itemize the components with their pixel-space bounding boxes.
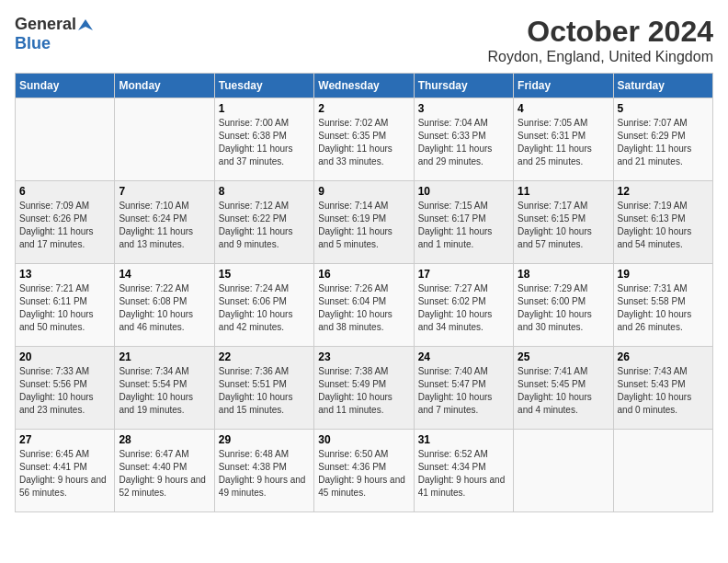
day-number: 30: [318, 433, 409, 446]
day-number: 16: [318, 268, 409, 281]
logo-general-text: General: [15, 15, 76, 34]
calendar-cell: 2 Sunrise: 7:02 AMSunset: 6:35 PMDayligh…: [314, 98, 414, 181]
day-number: 12: [618, 185, 709, 198]
calendar-cell: 4 Sunrise: 7:05 AMSunset: 6:31 PMDayligh…: [514, 98, 613, 181]
day-number: 14: [119, 268, 210, 281]
day-number: 24: [418, 350, 509, 363]
day-info: Sunrise: 7:09 AMSunset: 6:26 PMDaylight:…: [19, 200, 110, 251]
calendar-cell: 18 Sunrise: 7:29 AMSunset: 6:00 PMDaylig…: [514, 264, 613, 347]
calendar-cell: 28 Sunrise: 6:47 AMSunset: 4:40 PMDaylig…: [115, 430, 214, 512]
weekday-header-monday: Monday: [115, 74, 214, 98]
calendar-cell: 27 Sunrise: 6:45 AMSunset: 4:41 PMDaylig…: [16, 430, 115, 512]
calendar-cell: 16 Sunrise: 7:26 AMSunset: 6:04 PMDaylig…: [314, 264, 414, 347]
calendar-cell: 11 Sunrise: 7:17 AMSunset: 6:15 PMDaylig…: [514, 181, 613, 264]
day-number: 8: [219, 185, 310, 198]
day-info: Sunrise: 7:02 AMSunset: 6:35 PMDaylight:…: [318, 117, 409, 168]
weekday-header-wednesday: Wednesday: [314, 74, 414, 98]
day-info: Sunrise: 7:15 AMSunset: 6:17 PMDaylight:…: [418, 200, 509, 251]
day-info: Sunrise: 7:17 AMSunset: 6:15 PMDaylight:…: [518, 200, 609, 251]
calendar-table: SundayMondayTuesdayWednesdayThursdayFrid…: [15, 73, 713, 512]
day-number: 19: [618, 268, 709, 281]
week-row-1: 1 Sunrise: 7:00 AMSunset: 6:38 PMDayligh…: [16, 98, 713, 181]
day-number: 23: [318, 350, 409, 363]
week-row-4: 20 Sunrise: 7:33 AMSunset: 5:56 PMDaylig…: [16, 347, 713, 430]
calendar-cell: 15 Sunrise: 7:24 AMSunset: 6:06 PMDaylig…: [214, 264, 313, 347]
day-number: 18: [518, 268, 609, 281]
week-row-5: 27 Sunrise: 6:45 AMSunset: 4:41 PMDaylig…: [16, 430, 713, 512]
title-area: October 2024 Roydon, England, United Kin…: [488, 15, 714, 65]
calendar-cell: 1 Sunrise: 7:00 AMSunset: 6:38 PMDayligh…: [214, 98, 313, 181]
day-number: 29: [219, 433, 310, 446]
calendar-cell: 23 Sunrise: 7:38 AMSunset: 5:49 PMDaylig…: [314, 347, 414, 430]
calendar-cell: [115, 98, 214, 181]
weekday-header-saturday: Saturday: [613, 74, 712, 98]
svg-marker-0: [78, 19, 93, 30]
calendar-cell: 31 Sunrise: 6:52 AMSunset: 4:34 PMDaylig…: [414, 430, 513, 512]
day-info: Sunrise: 7:12 AMSunset: 6:22 PMDaylight:…: [219, 200, 310, 251]
day-info: Sunrise: 6:47 AMSunset: 4:40 PMDaylight:…: [119, 448, 210, 500]
calendar-cell: 8 Sunrise: 7:12 AMSunset: 6:22 PMDayligh…: [214, 181, 313, 264]
calendar-cell: 9 Sunrise: 7:14 AMSunset: 6:19 PMDayligh…: [314, 181, 414, 264]
day-info: Sunrise: 7:22 AMSunset: 6:08 PMDaylight:…: [119, 282, 210, 334]
calendar-cell: 17 Sunrise: 7:27 AMSunset: 6:02 PMDaylig…: [414, 264, 513, 347]
day-number: 3: [418, 102, 509, 115]
calendar-cell: [613, 430, 712, 512]
calendar-cell: [16, 98, 115, 181]
day-number: 15: [219, 268, 310, 281]
calendar-cell: 10 Sunrise: 7:15 AMSunset: 6:17 PMDaylig…: [414, 181, 513, 264]
calendar-cell: 5 Sunrise: 7:07 AMSunset: 6:29 PMDayligh…: [613, 98, 712, 181]
day-info: Sunrise: 7:34 AMSunset: 5:54 PMDaylight:…: [119, 365, 210, 417]
day-number: 9: [318, 185, 409, 198]
day-info: Sunrise: 6:50 AMSunset: 4:36 PMDaylight:…: [318, 448, 409, 500]
calendar-cell: 24 Sunrise: 7:40 AMSunset: 5:47 PMDaylig…: [414, 347, 513, 430]
weekday-header-sunday: Sunday: [16, 74, 115, 98]
weekday-header-thursday: Thursday: [414, 74, 513, 98]
calendar-cell: 12 Sunrise: 7:19 AMSunset: 6:13 PMDaylig…: [613, 181, 712, 264]
day-number: 27: [19, 433, 110, 446]
day-info: Sunrise: 7:10 AMSunset: 6:24 PMDaylight:…: [119, 200, 210, 251]
weekday-header-row: SundayMondayTuesdayWednesdayThursdayFrid…: [16, 74, 713, 98]
week-row-2: 6 Sunrise: 7:09 AMSunset: 6:26 PMDayligh…: [16, 181, 713, 264]
day-info: Sunrise: 7:24 AMSunset: 6:06 PMDaylight:…: [219, 282, 310, 334]
day-info: Sunrise: 7:38 AMSunset: 5:49 PMDaylight:…: [318, 365, 409, 417]
day-number: 22: [219, 350, 310, 363]
day-number: 2: [318, 102, 409, 115]
day-number: 26: [618, 350, 709, 363]
calendar-cell: 22 Sunrise: 7:36 AMSunset: 5:51 PMDaylig…: [214, 347, 313, 430]
day-number: 17: [418, 268, 509, 281]
calendar-cell: 19 Sunrise: 7:31 AMSunset: 5:58 PMDaylig…: [613, 264, 712, 347]
day-info: Sunrise: 7:14 AMSunset: 6:19 PMDaylight:…: [318, 200, 409, 251]
day-number: 10: [418, 185, 509, 198]
calendar-cell: 29 Sunrise: 6:48 AMSunset: 4:38 PMDaylig…: [214, 430, 313, 512]
day-info: Sunrise: 7:43 AMSunset: 5:43 PMDaylight:…: [618, 365, 709, 417]
day-number: 5: [618, 102, 709, 115]
calendar-cell: 7 Sunrise: 7:10 AMSunset: 6:24 PMDayligh…: [115, 181, 214, 264]
day-info: Sunrise: 7:36 AMSunset: 5:51 PMDaylight:…: [219, 365, 310, 417]
day-info: Sunrise: 7:19 AMSunset: 6:13 PMDaylight:…: [618, 200, 709, 251]
logo-bird-icon: [78, 17, 93, 32]
location-text: Roydon, England, United Kingdom: [488, 49, 714, 65]
day-number: 21: [119, 350, 210, 363]
logo-blue-text: Blue: [15, 34, 51, 53]
day-number: 11: [518, 185, 609, 198]
calendar-cell: 13 Sunrise: 7:21 AMSunset: 6:11 PMDaylig…: [16, 264, 115, 347]
calendar-cell: 6 Sunrise: 7:09 AMSunset: 6:26 PMDayligh…: [16, 181, 115, 264]
day-number: 1: [219, 102, 310, 115]
day-info: Sunrise: 7:26 AMSunset: 6:04 PMDaylight:…: [318, 282, 409, 334]
week-row-3: 13 Sunrise: 7:21 AMSunset: 6:11 PMDaylig…: [16, 264, 713, 347]
day-info: Sunrise: 7:07 AMSunset: 6:29 PMDaylight:…: [618, 117, 709, 168]
weekday-header-friday: Friday: [514, 74, 613, 98]
calendar-cell: 14 Sunrise: 7:22 AMSunset: 6:08 PMDaylig…: [115, 264, 214, 347]
day-info: Sunrise: 6:45 AMSunset: 4:41 PMDaylight:…: [19, 448, 110, 500]
day-info: Sunrise: 7:33 AMSunset: 5:56 PMDaylight:…: [19, 365, 110, 417]
calendar-cell: [514, 430, 613, 512]
day-info: Sunrise: 7:31 AMSunset: 5:58 PMDaylight:…: [618, 282, 709, 334]
weekday-header-tuesday: Tuesday: [214, 74, 313, 98]
day-number: 13: [19, 268, 110, 281]
header-area: General Blue October 2024 Roydon, Englan…: [15, 15, 713, 65]
day-number: 4: [518, 102, 609, 115]
day-number: 7: [119, 185, 210, 198]
day-info: Sunrise: 7:29 AMSunset: 6:00 PMDaylight:…: [518, 282, 609, 334]
day-info: Sunrise: 7:41 AMSunset: 5:45 PMDaylight:…: [518, 365, 609, 417]
calendar-cell: 30 Sunrise: 6:50 AMSunset: 4:36 PMDaylig…: [314, 430, 414, 512]
